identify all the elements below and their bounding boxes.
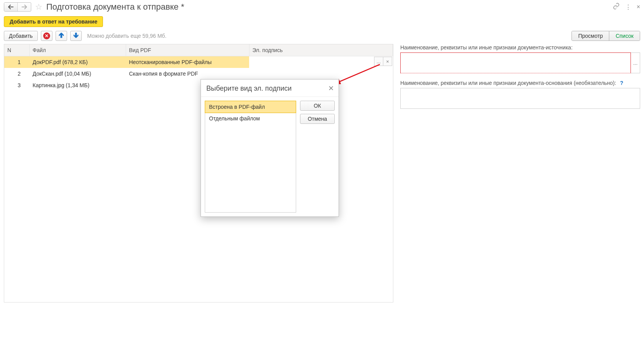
cell-pdf: Скан-копия в формате PDF	[126, 68, 249, 79]
source-doc-input[interactable]	[400, 52, 631, 73]
cell-n: 2	[4, 68, 29, 79]
cell-clear-button[interactable]: ×	[383, 57, 392, 66]
dialog-close-button[interactable]: ✕	[328, 84, 334, 93]
dialog-title: Выберите вид эл. подписи	[206, 84, 292, 93]
more-menu-icon[interactable]: ⋮	[625, 3, 631, 11]
arrow-up-icon: 🡱	[58, 32, 64, 39]
col-header-n[interactable]: N	[4, 44, 29, 56]
favorite-star-icon[interactable]: ☆	[35, 2, 42, 12]
link-icon[interactable]	[613, 3, 620, 11]
nav-back-button[interactable]	[4, 3, 18, 11]
source-doc-choose-button[interactable]: ...	[631, 52, 640, 73]
col-header-pdf[interactable]: Вид PDF	[126, 44, 249, 56]
col-header-signature[interactable]: Эл. подпись	[249, 44, 393, 56]
dialog-cancel-button[interactable]: Отмена	[300, 114, 335, 124]
table-row[interactable]: 2 ДокСкан.pdf (10,04 МБ) Скан-копия в фо…	[4, 68, 393, 79]
signature-option[interactable]: Отдельным файлом	[205, 113, 296, 124]
add-to-response-button[interactable]: Добавить в ответ на требование	[4, 16, 103, 27]
signature-type-dialog: Выберите вид эл. подписи ✕ Встроена в PD…	[201, 79, 339, 217]
dialog-ok-button[interactable]: ОК	[300, 101, 335, 111]
cell-n: 1	[4, 56, 29, 68]
nav-forward-button[interactable]	[18, 3, 31, 11]
cell-choose-button[interactable]: ...	[374, 57, 383, 66]
arrow-down-icon: 🡳	[73, 32, 79, 39]
window-title: Подготовка документа к отправке *	[46, 2, 184, 12]
signature-options-list: Встроена в PDF-файл Отдельным файлом	[205, 101, 296, 213]
cell-n: 3	[4, 79, 29, 91]
delete-x-icon: ✕	[43, 32, 50, 39]
delete-button[interactable]: ✕	[41, 31, 52, 41]
move-down-button[interactable]: 🡳	[70, 31, 82, 41]
basis-doc-label: Наименование, реквизиты или иные признак…	[400, 80, 616, 86]
size-hint: Можно добавить еще 59,96 Мб.	[87, 33, 167, 39]
help-icon[interactable]: ?	[620, 80, 624, 86]
list-mode-button[interactable]: Список	[609, 31, 640, 41]
cell-file: ДокPDF.pdf (678,2 КБ)	[29, 56, 126, 68]
cell-file: ДокСкан.pdf (10,04 МБ)	[29, 68, 126, 79]
cell-file: Картинка.jpg (1,34 МБ)	[29, 79, 126, 91]
source-doc-label: Наименование, реквизиты или иные признак…	[400, 44, 640, 51]
move-up-button[interactable]: 🡱	[56, 31, 67, 41]
table-row[interactable]: 1 ДокPDF.pdf (678,2 КБ) Неотсканированны…	[4, 56, 393, 68]
window-close-icon[interactable]: ×	[637, 3, 640, 10]
cell-signature[interactable]	[249, 68, 393, 79]
basis-doc-input[interactable]	[400, 88, 640, 109]
cell-signature[interactable]	[249, 56, 393, 68]
add-button[interactable]: Добавить	[4, 31, 38, 41]
signature-option[interactable]: Встроена в PDF-файл	[205, 101, 296, 113]
col-header-file[interactable]: Файл	[29, 44, 126, 56]
cell-pdf: Неотсканированные PDF-файлы	[126, 56, 249, 68]
view-mode-button[interactable]: Просмотр	[572, 31, 609, 41]
